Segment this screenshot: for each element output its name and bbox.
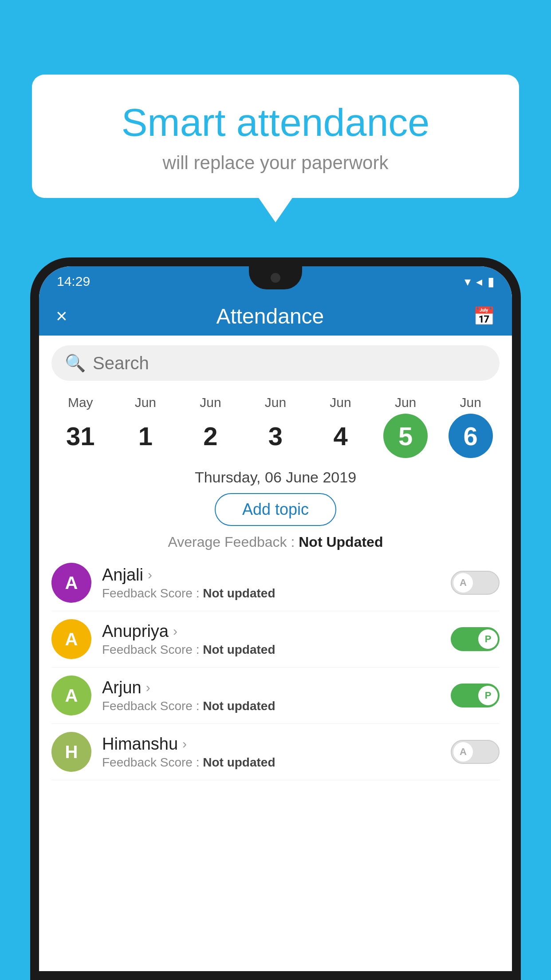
cal-day-num[interactable]: 31 xyxy=(58,414,102,458)
signal-icon: ◂ xyxy=(476,274,482,289)
student-name: Anupriya › xyxy=(102,622,440,641)
battery-icon: ▮ xyxy=(488,274,494,289)
feedback-score: Feedback Score : Not updated xyxy=(102,586,440,601)
student-name: Himanshu › xyxy=(102,735,440,754)
status-icons: ▾ ◂ ▮ xyxy=(464,274,494,289)
toggle-knob: P xyxy=(478,686,498,705)
status-time: 14:29 xyxy=(57,274,90,289)
calendar-day[interactable]: Jun1 xyxy=(119,395,172,458)
cal-month-label: Jun xyxy=(330,395,351,410)
avatar: A xyxy=(51,563,91,603)
wifi-icon: ▾ xyxy=(464,274,471,289)
search-icon: 🔍 xyxy=(65,353,86,373)
bubble-subtitle: will replace your paperwork xyxy=(67,152,484,174)
student-name: Anjali › xyxy=(102,565,440,585)
cal-month-label: Jun xyxy=(265,395,286,410)
calendar-day[interactable]: Jun6 xyxy=(444,395,497,458)
cal-day-num[interactable]: 6 xyxy=(449,414,493,458)
cal-day-num[interactable]: 1 xyxy=(123,414,168,458)
toggle-knob: A xyxy=(453,742,473,762)
chevron-right-icon: › xyxy=(148,567,152,582)
toggle-knob: P xyxy=(478,629,498,649)
chevron-right-icon: › xyxy=(182,736,187,751)
status-bar: 14:29 ▾ ◂ ▮ xyxy=(39,266,512,296)
calendar-day[interactable]: May31 xyxy=(54,395,107,458)
calendar-day[interactable]: Jun3 xyxy=(249,395,302,458)
attendance-toggle[interactable]: P xyxy=(451,684,500,707)
add-topic-button[interactable]: Add topic xyxy=(215,493,336,526)
feedback-score: Feedback Score : Not updated xyxy=(102,699,440,713)
cal-day-num[interactable]: 2 xyxy=(188,414,232,458)
camera-notch xyxy=(271,273,280,283)
cal-month-label: Jun xyxy=(135,395,156,410)
cal-day-num[interactable]: 4 xyxy=(319,414,363,458)
feedback-score: Feedback Score : Not updated xyxy=(102,643,440,657)
student-row[interactable]: HHimanshu ›Feedback Score : Not updatedA xyxy=(51,724,500,780)
student-row[interactable]: AAnjali ›Feedback Score : Not updatedA xyxy=(51,555,500,611)
cal-month-label: Jun xyxy=(395,395,416,410)
attendance-toggle[interactable]: A xyxy=(451,740,500,764)
avatar: A xyxy=(51,676,91,715)
avg-feedback-value: Not Updated xyxy=(299,534,383,550)
student-list: AAnjali ›Feedback Score : Not updatedAAA… xyxy=(39,555,512,780)
toggle-knob: A xyxy=(453,573,473,593)
cal-month-label: Jun xyxy=(460,395,481,410)
bubble-title: Smart attendance xyxy=(67,101,484,144)
calendar-day[interactable]: Jun5 xyxy=(379,395,432,458)
feedback-score: Feedback Score : Not updated xyxy=(102,755,440,770)
calendar-strip: May31Jun1Jun2Jun3Jun4Jun5Jun6 xyxy=(39,391,512,458)
search-input[interactable] xyxy=(93,353,486,373)
student-info: Arjun ›Feedback Score : Not updated xyxy=(102,678,440,713)
attendance-toggle[interactable]: A xyxy=(451,571,500,595)
avg-feedback-label: Average Feedback : xyxy=(168,534,299,550)
cal-day-num[interactable]: 5 xyxy=(383,414,428,458)
avatar: A xyxy=(51,619,91,659)
selected-date: Thursday, 06 June 2019 xyxy=(39,469,512,486)
search-bar[interactable]: 🔍 xyxy=(51,345,500,381)
cal-month-label: Jun xyxy=(200,395,221,410)
calendar-day[interactable]: Jun2 xyxy=(184,395,237,458)
student-row[interactable]: AArjun ›Feedback Score : Not updatedP xyxy=(51,668,500,724)
student-name: Arjun › xyxy=(102,678,440,697)
cal-month-label: May xyxy=(68,395,93,410)
app-title: Attendance xyxy=(216,304,324,328)
student-info: Anjali ›Feedback Score : Not updated xyxy=(102,565,440,601)
average-feedback: Average Feedback : Not Updated xyxy=(39,534,512,550)
student-info: Himanshu ›Feedback Score : Not updated xyxy=(102,735,440,770)
speech-bubble: Smart attendance will replace your paper… xyxy=(32,75,519,198)
notch xyxy=(249,266,302,289)
chevron-right-icon: › xyxy=(173,624,177,639)
chevron-right-icon: › xyxy=(146,680,150,695)
phone-frame: 14:29 ▾ ◂ ▮ × Attendance 📅 🔍 May31Jun1Ju… xyxy=(30,257,521,980)
cal-day-num[interactable]: 3 xyxy=(253,414,298,458)
avatar: H xyxy=(51,732,91,772)
calendar-day[interactable]: Jun4 xyxy=(314,395,367,458)
phone-screen: 14:29 ▾ ◂ ▮ × Attendance 📅 🔍 May31Jun1Ju… xyxy=(39,266,512,971)
calendar-icon[interactable]: 📅 xyxy=(473,306,495,327)
close-button[interactable]: × xyxy=(56,305,67,327)
app-header: × Attendance 📅 xyxy=(39,296,512,336)
student-info: Anupriya ›Feedback Score : Not updated xyxy=(102,622,440,657)
student-row[interactable]: AAnupriya ›Feedback Score : Not updatedP xyxy=(51,611,500,668)
attendance-toggle[interactable]: P xyxy=(451,627,500,651)
